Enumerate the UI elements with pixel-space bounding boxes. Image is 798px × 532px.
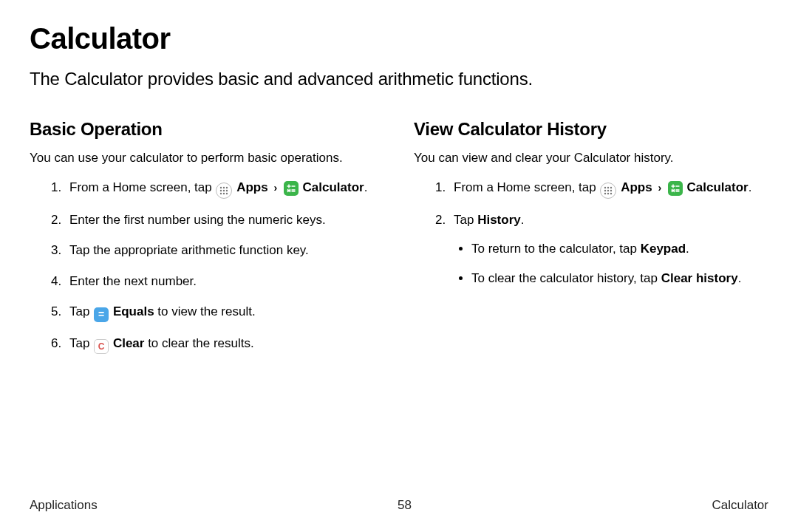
equals-label: Equals [113, 304, 154, 318]
svg-point-5 [226, 189, 228, 191]
footer-page-number: 58 [398, 498, 412, 513]
step-2: Enter the first number using the numeric… [65, 211, 384, 230]
svg-point-3 [220, 189, 222, 191]
step-text-b: . [521, 213, 525, 227]
step-text: From a Home screen, tap [454, 180, 599, 194]
apps-icon [600, 183, 616, 199]
svg-point-18 [607, 186, 609, 188]
calculator-label: Calculator [303, 180, 364, 194]
left-column: Basic Operation You can use your calcula… [30, 119, 384, 366]
clear-history-label: Clear history [661, 271, 738, 285]
calculator-label: Calculator [687, 180, 748, 194]
bullet-text: To return to the calculator, tap [471, 242, 641, 256]
step-3: Tap the appropriate arithmetic function … [65, 241, 384, 260]
content-columns: Basic Operation You can use your calcula… [30, 119, 768, 366]
svg-point-24 [607, 192, 609, 194]
clear-icon: C [94, 339, 109, 354]
svg-point-22 [610, 189, 612, 191]
svg-point-17 [604, 186, 606, 188]
svg-point-1 [223, 186, 225, 188]
svg-point-4 [223, 189, 225, 191]
calculator-icon [284, 181, 299, 196]
step-text: From a Home screen, tap [69, 180, 215, 194]
basic-operation-steps: From a Home screen, tap Apps › Calculato… [30, 178, 384, 354]
svg-point-21 [607, 189, 609, 191]
svg-point-6 [220, 192, 222, 194]
step-text: Tap [454, 213, 477, 227]
bullet-text-b: . [738, 271, 742, 285]
bullet-keypad: To return to the calculator, tap Keypad. [471, 239, 768, 259]
step-text-b: to clear the results. [144, 336, 253, 350]
step-end: . [748, 180, 752, 194]
page-title: Calculator [30, 22, 768, 55]
basic-operation-desc: You can use your calculator to perform b… [30, 149, 384, 168]
svg-point-20 [604, 189, 606, 191]
step-4: Enter the next number. [65, 272, 384, 291]
calculator-icon [668, 181, 683, 196]
page-footer: Applications 58 Calculator [30, 498, 768, 513]
right-column: View Calculator History You can view and… [414, 119, 768, 366]
chevron-right-icon: › [658, 180, 661, 196]
bullet-text-b: . [686, 242, 689, 256]
view-history-desc: You can view and clear your Calculator h… [414, 149, 768, 168]
view-history-steps: From a Home screen, tap Apps › Calculato… [414, 178, 768, 288]
step-text: Tap [69, 336, 93, 350]
svg-point-2 [226, 186, 228, 188]
svg-point-7 [223, 192, 225, 194]
clear-label: Clear [113, 336, 145, 350]
apps-label: Apps [236, 180, 268, 194]
history-label: History [477, 213, 521, 227]
basic-operation-heading: Basic Operation [30, 119, 384, 140]
step-1: From a Home screen, tap Apps › Calculato… [449, 178, 768, 199]
step-text-b: to view the result. [154, 304, 256, 318]
step-6: Tap C Clear to clear the results. [65, 334, 384, 354]
step-end: . [364, 180, 368, 194]
svg-point-23 [604, 192, 606, 194]
step-5: Tap = Equals to view the result. [65, 302, 384, 322]
view-history-heading: View Calculator History [414, 119, 768, 140]
step-1: From a Home screen, tap Apps › Calculato… [65, 178, 384, 199]
page-intro: The Calculator provides basic and advanc… [30, 69, 768, 89]
footer-left: Applications [30, 498, 98, 513]
svg-point-25 [610, 192, 612, 194]
apps-label: Apps [621, 180, 652, 194]
equals-icon: = [94, 307, 109, 322]
bullet-text: To clear the calculator history, tap [471, 271, 661, 285]
svg-point-8 [226, 192, 228, 194]
sub-bullets: To return to the calculator, tap Keypad.… [454, 239, 768, 287]
step-2: Tap History. To return to the calculator… [449, 211, 768, 288]
bullet-clear-history: To clear the calculator history, tap Cle… [471, 269, 768, 288]
chevron-right-icon: › [273, 180, 277, 196]
svg-point-0 [220, 186, 222, 188]
apps-icon [216, 183, 232, 199]
keypad-label: Keypad [641, 242, 686, 256]
step-text: Tap [69, 304, 93, 318]
svg-point-19 [610, 186, 612, 188]
footer-right: Calculator [712, 498, 768, 513]
